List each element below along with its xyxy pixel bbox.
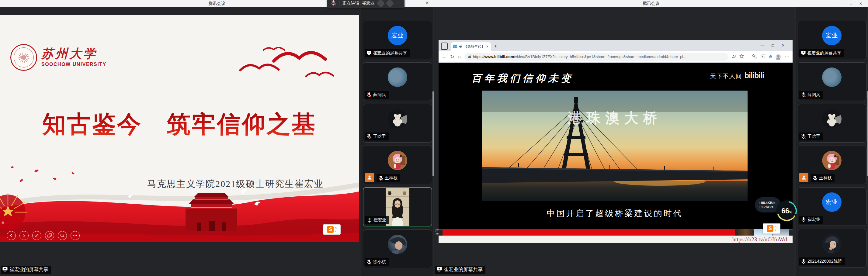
performance-gauge[interactable]: 66% [776,200,798,222]
avatar [388,67,407,87]
close-button[interactable]: ✕ [856,0,866,7]
mic-muted-icon [367,92,372,98]
app-title: 腾讯会议 [208,1,225,6]
presentation-controls [7,231,80,240]
avatar: 宏业 [822,193,841,212]
avatar [388,109,407,129]
back-button[interactable]: ← [442,54,446,60]
participant-tile[interactable]: 王晗于 [797,104,866,143]
maximize-button[interactable]: □ [846,0,856,7]
participant-label: 薛阅兵 [365,91,389,99]
close-button[interactable]: ✕ [425,0,429,5]
participant-tile[interactable]: 宏业 崔宏业 [797,187,866,226]
participant-label: 崔宏业的屏幕共享 [799,49,844,57]
participant-tile[interactable]: 徐小杭 [363,230,432,268]
tab-close-icon[interactable]: ✕ [486,45,489,48]
avatar [388,151,407,170]
screen-share-badge: 崔宏业的屏幕共享 [435,266,486,274]
sidebar-scrollbar[interactable] [432,91,434,176]
sidebar-scrollbar[interactable] [867,91,868,176]
magnifier-button[interactable] [58,231,67,240]
video-watermark: 天下不人间 bilibili [710,71,764,80]
participant-tile[interactable]: 薛阅兵 [363,62,432,101]
video-share-link[interactable]: https://b23.tv/uOJfoWd [732,236,787,243]
university-name-cn: 苏州大学 [41,48,106,60]
university-seal-icon [10,44,37,71]
slide-panel-button[interactable] [45,231,54,240]
participants-sidebar: 宏业 崔宏业的屏幕共享 薛阅兵 王晗于 [361,7,433,276]
avatar [822,67,841,87]
slide-image-strip [735,229,789,236]
bilibili-logo: bilibili [745,71,764,80]
member-icon [799,173,808,182]
participant-label: 王晗于 [365,133,389,140]
url-bar[interactable]: https://www.bilibili.com/video/BV1Bb4y1Z… [464,53,728,61]
participant-label: 薛阅兵 [799,91,823,99]
pen-button[interactable] [32,231,41,240]
speaking-floatbar[interactable]: 正在讲话: 崔宏业 — [327,0,404,8]
divider [339,1,339,6]
video-player[interactable]: 百年我们信仰未变 天下不人间 bilibili 港珠澳大桥 中国开启了超级桥梁建… [439,63,793,230]
browser-tabstrip: 【觉醒年代】百年来，我们 ✕ + — □ ✕ [439,40,793,51]
shared-screen-area: 苏州大学 SOOCHOW UNIVERSITY 知古鉴今 筑牢信仰之基 马克思主… [0,7,361,276]
floatbar-icon[interactable] [376,0,385,8]
refresh-button[interactable]: ↻ [450,54,454,60]
avatar [388,235,407,254]
participant-tile[interactable]: 宏业 崔宏业的屏幕共享 [797,21,866,59]
favorite-star-icon[interactable] [739,54,744,60]
browser-minimize-button[interactable]: — [757,41,768,49]
avatar: 宏业 [388,26,407,45]
mic-muted-icon [331,0,336,7]
participant-label: 崔宏业的屏幕共享 [365,49,410,57]
tab-audio-icon[interactable] [459,44,462,49]
prev-slide-button[interactable] [7,231,16,240]
video-title-overlay: 港珠澳大桥 [482,109,748,128]
participant-tile[interactable]: 宏业 崔宏业的屏幕共享 [363,21,432,59]
favorites-bar-icon[interactable] [752,54,757,60]
divider [748,54,748,60]
participant-tile[interactable]: 20214226002陈涛 [797,229,866,268]
lock-icon [468,54,471,60]
university-name-en: SOOCHOW UNIVERSITY [41,62,106,67]
home-button[interactable]: ⌂ [458,54,461,60]
participants-sidebar: 宏业 崔宏业的屏幕共享 薛阅兵 王晗于 [796,7,867,276]
browser-maximize-button[interactable]: □ [768,41,778,49]
next-slide-button[interactable] [20,231,29,240]
participant-tile[interactable]: 王桂枝 [363,146,432,184]
titlebar: 腾讯会议 — □ ✕ [434,0,868,7]
browser-toolbar: ← ↻ ⌂ https://www.bilibili.com/video/BV1… [439,51,793,63]
participant-label: 徐小杭 [365,258,389,266]
more-button[interactable] [70,231,80,240]
collections-icon[interactable] [761,54,766,60]
sogou-ime-badge: S Ou [763,223,780,234]
browser-tab[interactable]: 【觉醒年代】百年来，我们 ✕ [451,42,491,51]
read-aloud-icon[interactable]: A) [732,55,736,59]
mic-icon [801,217,806,222]
outline-toggle-icon[interactable]: ≡ [2,221,4,224]
mic-icon [801,259,806,264]
floatbar-icon[interactable] [385,0,394,8]
new-tab-button[interactable]: + [494,43,497,49]
browser-close-button[interactable]: ✕ [778,41,788,49]
participant-tile-speaking[interactable]: 崔宏业 [363,187,432,227]
participant-tile[interactable]: 薛阅兵 [797,62,866,101]
outline-toggle-icon[interactable]: :≡:≡ [435,229,439,235]
floatbar-minimize-button[interactable]: — [397,1,401,6]
video-subtitle: 中国开启了超级桥梁建设的时代 [482,208,748,219]
participant-tile[interactable]: 王桂枝 [797,146,866,184]
tab-search-icon[interactable] [441,42,448,50]
ie-mode-icon[interactable]: e [769,55,772,59]
red-birds-decoration [234,42,350,88]
mic-muted-icon [813,175,817,181]
tab-title: 【觉醒年代】百年来，我们 [464,44,485,49]
participant-label: 王桂枝 [811,174,835,182]
mic-muted-icon [378,175,383,181]
slide-red-band-strip [442,230,735,236]
member-icon [365,173,374,182]
mic-active-icon [367,217,372,223]
browser-more-icon[interactable]: ⋯ [785,54,789,60]
profile-icon[interactable] [776,54,781,60]
participant-label: 崔宏业 [799,216,823,224]
minimize-button[interactable]: — [836,0,846,7]
participant-tile[interactable]: 王晗于 [363,104,432,143]
